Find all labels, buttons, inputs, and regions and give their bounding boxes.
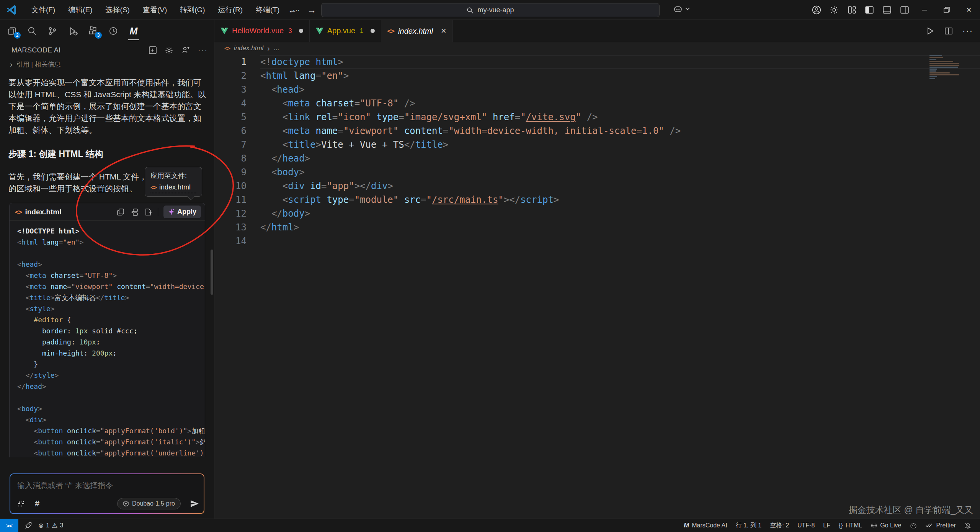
model-selector[interactable]: Doubao-1.5-pro [117, 498, 181, 509]
copilot-icon [673, 4, 683, 14]
menu-item[interactable]: 文件(F) [26, 3, 60, 17]
minimize-button[interactable]: ─ [913, 0, 936, 20]
minimap-line [929, 78, 935, 79]
breadcrumb-file: index.html [234, 44, 263, 52]
explorer-badge: 2 [14, 32, 21, 39]
toggle-sidebar-icon[interactable] [861, 0, 878, 20]
sidebar-item-source-control[interactable] [45, 23, 60, 39]
search-icon [467, 7, 474, 14]
go-live-button[interactable]: Go Live [871, 522, 901, 529]
minimap-line [929, 74, 959, 75]
tab-label: HelloWorld.vue [232, 26, 284, 35]
statusbar-right: M MarsCode AI 行 1, 列 1 空格: 2 UTF-8 LF {}… [684, 522, 980, 530]
code-card-content: <!DOCTYPE html><html lang="en"> <head> <… [10, 221, 205, 457]
references-label: 引用 | 相关信息 [16, 60, 61, 69]
apply-label: Apply [177, 208, 196, 216]
line-number: 9 [214, 165, 247, 179]
copy-icon[interactable] [116, 208, 125, 216]
menu-item[interactable]: 查看(V) [137, 3, 172, 17]
more-actions-icon[interactable]: ··· [198, 46, 208, 55]
menu-item[interactable]: 转到(G) [175, 3, 210, 17]
close-button[interactable]: ✕ [958, 0, 980, 20]
chevron-right-icon: › [10, 60, 13, 69]
new-chat-icon[interactable] [149, 46, 157, 54]
settings-gear-icon[interactable] [825, 0, 843, 20]
line-number: 4 [214, 96, 247, 110]
dirty-dot-icon[interactable] [299, 29, 303, 33]
copilot-menu[interactable] [673, 4, 690, 14]
close-tab-icon[interactable]: ✕ [441, 27, 446, 35]
cursor-position[interactable]: 行 1, 列 1 [736, 522, 762, 530]
toggle-panel-icon[interactable] [878, 0, 896, 20]
menu-item[interactable]: 选择(S) [100, 3, 135, 17]
apply-button[interactable]: Apply [163, 206, 201, 218]
sparkle-icon [168, 209, 175, 215]
account-icon[interactable] [808, 0, 825, 20]
prettier-status[interactable]: Prettier [926, 522, 956, 529]
tab-app-vue[interactable]: App.vue 1 [310, 20, 381, 42]
code-line: min-height: 200px; [17, 348, 205, 359]
code-line: <meta name="viewport" content="width=dev… [17, 281, 205, 292]
restore-button[interactable] [936, 0, 958, 20]
robot-icon[interactable] [910, 522, 917, 529]
code-editor[interactable]: 1234567891011121314 <!doctype html><html… [214, 54, 980, 248]
insert-code-icon[interactable] [130, 208, 139, 216]
problems-indicator[interactable]: ⊗ 1 ⚠ 3 [38, 522, 63, 530]
panel-settings-gear-icon[interactable] [165, 46, 173, 55]
code-line: <body> [17, 403, 205, 414]
menu-item[interactable]: 编辑(E) [63, 3, 98, 17]
send-icon[interactable] [190, 499, 199, 508]
dirty-dot-icon[interactable] [371, 29, 375, 33]
chat-input-placeholder: 输入消息或者 “/” 来选择指令 [10, 474, 204, 491]
sidebar-item-run-debug[interactable] [65, 23, 80, 39]
sidebar-item-timeline[interactable] [106, 23, 121, 39]
code-line: <link rel="icon" type="image/svg+xml" hr… [260, 110, 980, 124]
run-file-icon[interactable] [926, 26, 935, 36]
tab-index-html[interactable]: <> index.html ✕ [381, 20, 453, 42]
code-line: <button onclick="applyFormat('bold')">加粗… [17, 425, 205, 436]
new-file-icon[interactable] [144, 208, 152, 216]
minimap[interactable] [929, 55, 962, 82]
code-line: <script type="module" src="/src/main.ts"… [260, 193, 980, 207]
sidebar-item-extensions[interactable]: 3 [86, 23, 100, 39]
statusbar-left: >< ⊗ 1 ⚠ 3 [0, 519, 63, 532]
sidebar-scrollbar[interactable] [211, 250, 213, 295]
apply-to-file-tooltip: 应用至文件: <> index.html [145, 167, 202, 197]
chat-input-box[interactable]: 输入消息或者 “/” 来选择指令 # Doubao-1.5-pro [10, 473, 204, 514]
remote-indicator[interactable]: >< [0, 519, 18, 532]
error-icon: ⊗ [38, 522, 44, 530]
code-line: </body> [260, 207, 980, 220]
encoding[interactable]: UTF-8 [797, 522, 815, 529]
menu-item[interactable]: 终端(T) [250, 3, 285, 17]
command-center-search[interactable]: my-vue-app [321, 3, 660, 17]
broadcast-icon [871, 522, 877, 529]
toggle-secondary-sidebar-icon[interactable] [896, 0, 913, 20]
feedback-user-icon[interactable] [181, 46, 190, 55]
customize-layout-icon[interactable] [843, 0, 861, 20]
tab-helloworld-vue[interactable]: HelloWorld.vue 3 [214, 20, 310, 42]
eol-sequence[interactable]: LF [823, 522, 830, 529]
statusbar-marscode[interactable]: M MarsCode AI [684, 522, 727, 529]
sidebar-item-search[interactable] [25, 23, 39, 39]
breadcrumb[interactable]: <> index.html › ... [214, 42, 980, 54]
code-line: <meta name="viewport" content="width=dev… [260, 124, 980, 138]
language-mode[interactable]: {} HTML [839, 522, 862, 529]
watermark-text: 掘金技术社区 @ 自学前端_又又 [849, 504, 973, 516]
references-collapse-row[interactable]: › 引用 | 相关信息 [0, 58, 214, 70]
split-editor-icon[interactable] [944, 26, 953, 36]
forward-arrow-icon[interactable]: → [307, 5, 316, 15]
sidebar-item-marscode-ai[interactable]: M [126, 23, 141, 39]
rocket-icon[interactable] [24, 522, 32, 529]
more-actions-icon[interactable]: ··· [962, 26, 973, 36]
skills-sparkle-icon[interactable] [16, 499, 26, 508]
notifications-muted-bell-icon[interactable] [964, 522, 972, 529]
menu-item[interactable]: 运行(R) [213, 3, 248, 17]
back-arrow-icon[interactable]: ← [288, 5, 297, 15]
divider [158, 208, 158, 216]
line-number-gutter: 1234567891011121314 [214, 55, 247, 248]
sidebar-item-explorer[interactable]: 2 [5, 23, 19, 39]
context-hash-icon[interactable]: # [35, 499, 39, 509]
ai-message-paragraph: 要从零开始实现一个富文本应用而不使用插件，我们可以使用 HTML、CSS 和 J… [8, 77, 206, 136]
chevron-right-icon: › [267, 44, 270, 53]
indentation[interactable]: 空格: 2 [770, 522, 789, 530]
